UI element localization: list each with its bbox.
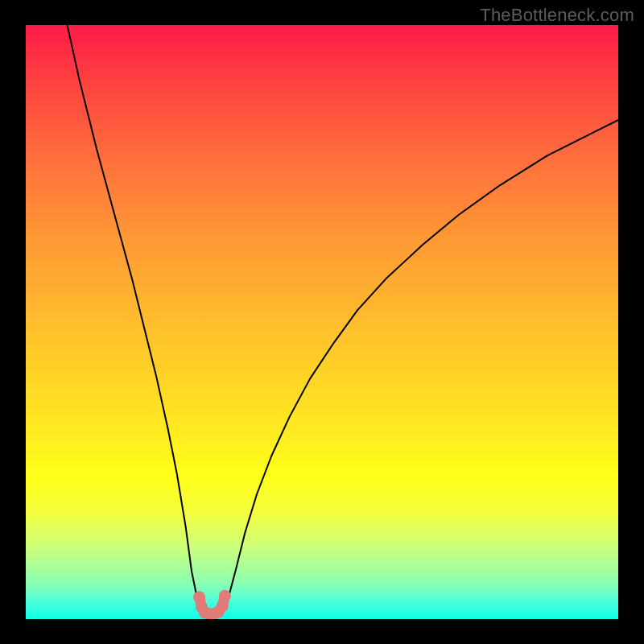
chart-svg [26, 25, 618, 619]
marker-dots [193, 590, 231, 619]
plot-area [26, 25, 618, 619]
svg-point-6 [217, 600, 229, 612]
svg-point-0 [193, 591, 205, 603]
svg-point-7 [219, 590, 231, 602]
watermark-text: TheBottleneck.com [480, 5, 634, 26]
curve-line [68, 25, 619, 614]
